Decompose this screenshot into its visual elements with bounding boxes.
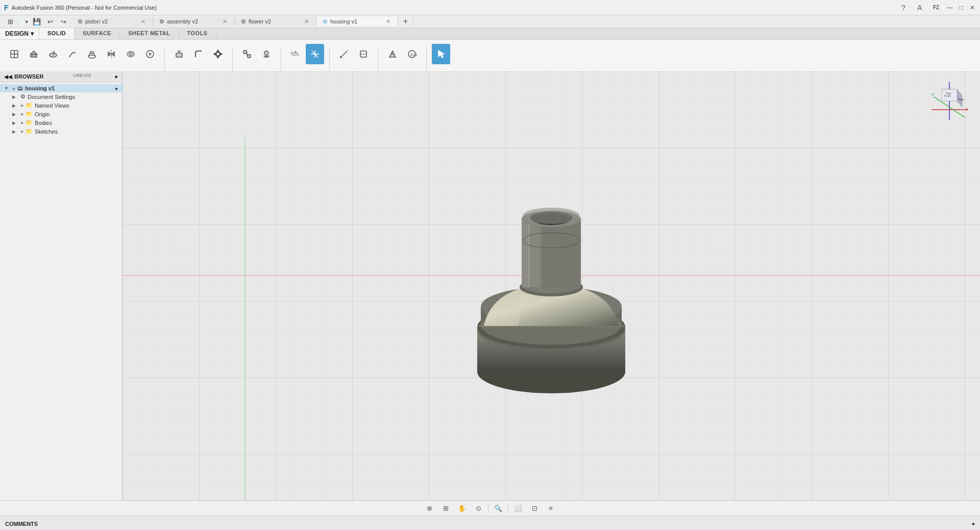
tree-chevron-origin: ▶ <box>12 112 18 117</box>
redo-btn[interactable]: ↪ <box>57 15 69 28</box>
maximize-button[interactable]: □ <box>958 4 965 11</box>
close-button[interactable]: ✕ <box>969 4 976 11</box>
joint-btn[interactable] <box>238 44 256 64</box>
offset-plane-btn[interactable] <box>286 44 305 64</box>
select-btn[interactable] <box>432 44 450 64</box>
root-options-icon[interactable]: ● <box>115 86 118 91</box>
help-icon[interactable]: ? <box>897 2 910 14</box>
tab-piston-icon: ⚙ <box>78 18 83 25</box>
svg-marker-22 <box>219 53 222 56</box>
grid-menu-icon[interactable]: ⊞ <box>4 15 16 28</box>
move-btn[interactable] <box>209 44 227 64</box>
svg-text:Front: Front <box>944 94 951 97</box>
hand-btn[interactable]: ✋ <box>455 503 469 514</box>
svg-marker-19 <box>216 50 219 53</box>
svg-marker-21 <box>214 53 216 56</box>
account-icon[interactable]: A <box>914 2 926 14</box>
ground-btn[interactable] <box>257 44 276 64</box>
measure-btn[interactable] <box>335 44 353 64</box>
app-logo: F <box>4 4 9 12</box>
tab-tools[interactable]: TOOLS <box>179 28 216 39</box>
revolve-btn[interactable] <box>44 44 62 64</box>
tree-item-root[interactable]: ▼ ● 🗂 housing v1 ● <box>0 84 122 92</box>
grid-settings-btn[interactable]: ≡ <box>544 503 557 514</box>
visibility-icon-namedviews[interactable]: ● <box>20 103 23 108</box>
fusion-icon[interactable]: FZ <box>930 2 942 14</box>
undo-btn[interactable]: ↩ <box>44 15 56 28</box>
viewport[interactable]: Z X Y Top Front Right <box>122 71 980 500</box>
orbit-btn[interactable]: ⊕ <box>423 503 436 514</box>
visual-style-btn[interactable]: ⊡ <box>528 503 541 514</box>
fillet-btn[interactable] <box>189 44 208 64</box>
svg-rect-3 <box>31 54 37 57</box>
svg-marker-12 <box>112 52 114 56</box>
tab-piston-close[interactable]: ✕ <box>140 17 146 26</box>
tree-item-namedviews[interactable]: ▶ ● 📁 Named Views <box>0 101 122 110</box>
main-area: ◀◀ BROWSER ● ▼ ● 🗂 housing v1 ● ▶ ⚙ Docu… <box>0 71 980 500</box>
browser-tree: ▼ ● 🗂 housing v1 ● ▶ ⚙ Document Settings… <box>0 82 122 500</box>
comments-bar-right: ● <box>972 521 975 526</box>
tab-surface[interactable]: SURFACE <box>75 28 120 39</box>
zoom-fit-btn[interactable]: 🔍 <box>492 503 505 514</box>
mirror-btn[interactable] <box>102 44 120 64</box>
svg-text:Y: Y <box>932 93 934 96</box>
inspect-buttons <box>335 44 373 64</box>
construct-buttons <box>286 44 324 64</box>
visibility-icon-bodies[interactable]: ● <box>20 120 23 125</box>
comments-collapse-icon[interactable]: ● <box>972 521 975 526</box>
tab-assembly-close[interactable]: ✕ <box>222 17 228 26</box>
toolbar-top: ⊞ 📄▾ 💾 ↩ ↪ ⚙ piston v2 ✕ ⚙ assembly v2 ✕… <box>0 15 980 28</box>
visibility-icon-sketches[interactable]: ● <box>20 129 23 134</box>
app-title: Autodesk Fusion 360 (Personal - Not for … <box>12 5 157 11</box>
tree-item-sketches[interactable]: ▶ ● 📁 Sketches <box>0 127 122 136</box>
folder-icon-sketches: 📁 <box>26 128 33 135</box>
sep4 <box>329 47 330 73</box>
tree-item-docsettings[interactable]: ▶ ⚙ Document Settings <box>0 92 122 101</box>
file-menu-btn[interactable]: 📄▾ <box>17 15 30 28</box>
select-buttons <box>432 44 450 64</box>
svg-marker-11 <box>108 52 111 56</box>
construct-active-btn[interactable] <box>306 44 324 64</box>
viewcube[interactable]: Z X Y Top Front Right <box>929 82 970 122</box>
tab-flower-close[interactable]: ✕ <box>303 17 310 26</box>
loft-btn[interactable] <box>83 44 101 64</box>
settings-icon: ⚙ <box>20 93 26 100</box>
create-more-btn[interactable] <box>141 44 159 64</box>
tab-piston[interactable]: ⚙ piston v2 ✕ <box>71 17 153 26</box>
insert-svg-btn[interactable]: SVG <box>403 44 421 64</box>
tab-solid[interactable]: SOLID <box>39 28 75 39</box>
svg-text:Z: Z <box>948 82 951 84</box>
tab-assembly-icon: ⚙ <box>159 18 164 25</box>
tab-flower-icon: ⚙ <box>241 18 246 25</box>
new-component-btn[interactable] <box>5 44 23 64</box>
tab-housing-close[interactable]: ✕ <box>385 17 391 26</box>
insert-mesh-btn[interactable] <box>383 44 402 64</box>
minimize-button[interactable]: — <box>946 4 953 11</box>
look-at-btn[interactable]: ⊙ <box>472 503 485 514</box>
new-tab-button[interactable]: + <box>398 17 413 26</box>
tree-item-bodies[interactable]: ▶ ● 📁 Bodies <box>0 118 122 127</box>
tab-flower[interactable]: ⚙ flower v2 ✕ <box>235 17 316 26</box>
tab-sheetmetal[interactable]: SHEET METAL <box>120 28 179 39</box>
tree-label-sketches: Sketches <box>35 129 58 135</box>
folder-icon-namedviews: 📁 <box>26 102 33 109</box>
sweep-btn[interactable] <box>63 44 82 64</box>
folder-icon-bodies: 📁 <box>26 119 33 126</box>
comments-bar: COMMENTS ● <box>0 516 980 530</box>
pan-btn[interactable]: ⊞ <box>439 503 452 514</box>
combine-btn[interactable] <box>121 44 140 64</box>
visibility-icon-origin[interactable]: ● <box>20 111 23 117</box>
tab-assembly[interactable]: ⚙ assembly v2 ✕ <box>153 17 235 26</box>
visibility-icon-root[interactable]: ● <box>12 86 15 91</box>
save-btn[interactable]: 💾 <box>31 15 43 28</box>
tab-housing[interactable]: ⚙ housing v1 ✕ <box>316 17 398 26</box>
section-analysis-btn[interactable] <box>354 44 373 64</box>
tree-item-origin[interactable]: ▶ ● 📁 Origin <box>0 110 122 118</box>
extrude-btn[interactable] <box>24 44 43 64</box>
design-dropdown[interactable]: DESIGN ▾ <box>0 28 39 39</box>
tree-chevron-namedviews: ▶ <box>12 103 18 108</box>
svg-point-7 <box>90 52 93 54</box>
model-svg <box>449 159 653 414</box>
display-settings-btn[interactable]: ⬜ <box>511 503 525 514</box>
press-pull-btn[interactable] <box>170 44 188 64</box>
